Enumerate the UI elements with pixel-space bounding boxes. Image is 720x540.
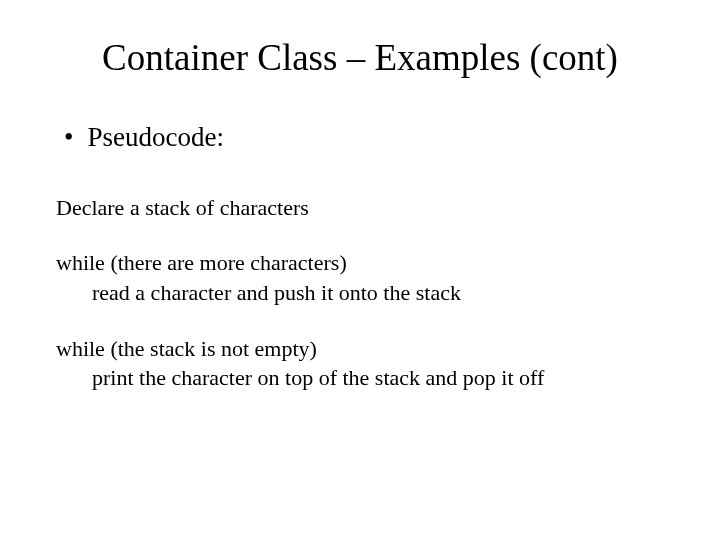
slide: Container Class – Examples (cont) • Pseu…	[0, 0, 720, 393]
bullet-item: • Pseudocode:	[56, 123, 664, 153]
pseudocode-block: Declare a stack of characters while (the…	[56, 193, 664, 393]
pseudo-while-2-body: print the character on top of the stack …	[56, 363, 664, 393]
pseudo-while-1-head: while (there are more characters)	[56, 248, 664, 278]
pseudo-declare: Declare a stack of characters	[56, 193, 664, 223]
pseudo-while-2-head: while (the stack is not empty)	[56, 334, 664, 364]
pseudo-while-1-body: read a character and push it onto the st…	[56, 278, 664, 308]
bullet-dot-icon: •	[64, 124, 73, 151]
pseudo-while-2: while (the stack is not empty) print the…	[56, 334, 664, 393]
pseudo-while-1: while (there are more characters) read a…	[56, 248, 664, 307]
slide-title: Container Class – Examples (cont)	[56, 36, 664, 79]
bullet-label: Pseudocode:	[87, 123, 223, 153]
